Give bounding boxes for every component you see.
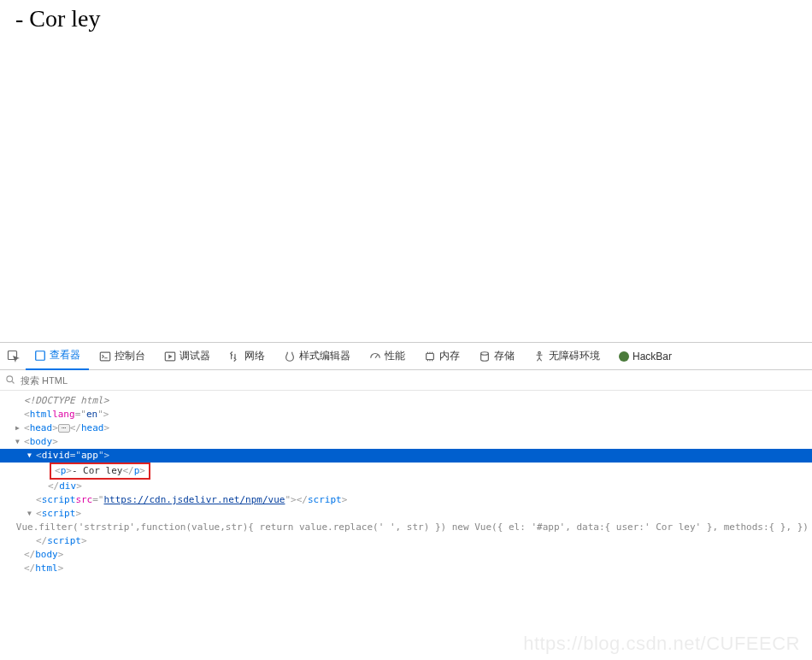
dom-div-close[interactable]: </div> (0, 480, 812, 493)
search-icon (5, 374, 17, 386)
dom-tree[interactable]: <!DOCTYPE html> <html lang="en"> ▶<head>… (0, 391, 812, 579)
debugger-icon (164, 351, 176, 362)
tab-label: 查看器 (50, 348, 80, 362)
tab-style[interactable]: 样式编辑器 (275, 343, 359, 370)
svg-rect-2 (100, 352, 109, 361)
dom-body-close[interactable]: </body> (0, 548, 812, 562)
tab-label: 性能 (385, 349, 405, 363)
ellipsis-icon[interactable]: ⋯ (58, 424, 70, 433)
tab-label: 无障碍环境 (549, 349, 600, 363)
highlight-box: <p>- Cor ley</p> (50, 463, 150, 480)
style-icon (284, 351, 296, 362)
dom-head[interactable]: ▶<head> ⋯ </head> (0, 421, 812, 435)
devtools-panel: 查看器 控制台 调试器 网络 样式编辑器 (0, 342, 812, 660)
dom-script-open[interactable]: ▼<script> (0, 507, 812, 521)
element-picker-button[interactable] (3, 346, 24, 367)
hackbar-icon (619, 351, 629, 362)
page-content: - Cor ley (0, 0, 812, 342)
svg-rect-4 (427, 353, 434, 359)
dom-html-close[interactable]: </html> (0, 562, 812, 575)
tab-storage[interactable]: 存储 (470, 343, 523, 370)
tab-console[interactable]: 控制台 (91, 343, 154, 370)
dom-script-close[interactable]: </script> (0, 534, 812, 548)
tab-network[interactable]: 网络 (221, 343, 274, 370)
inspector-icon (34, 350, 46, 362)
network-icon (229, 351, 241, 362)
memory-icon (424, 351, 436, 362)
tab-label: 网络 (244, 349, 265, 363)
tab-a11y[interactable]: 无障碍环境 (525, 343, 609, 370)
tab-label: 内存 (439, 349, 460, 363)
tab-label: 调试器 (179, 349, 210, 363)
html-search-bar (0, 370, 812, 391)
tab-hackbar[interactable]: HackBar (610, 343, 680, 370)
dom-script-src[interactable]: <script src="https://cdn.jsdelivr.net/np… (0, 493, 812, 507)
tab-label: 存储 (494, 349, 515, 363)
tab-perf[interactable]: 性能 (361, 343, 414, 370)
dom-script-content[interactable]: Vue.filter('strstrip',function(value,str… (0, 521, 812, 534)
tab-label: 样式编辑器 (299, 349, 350, 363)
console-icon (99, 351, 111, 362)
tab-debugger[interactable]: 调试器 (156, 343, 219, 370)
svg-point-5 (481, 351, 489, 355)
dom-doctype[interactable]: <!DOCTYPE html> (0, 394, 812, 408)
watermark: https://blog.csdn.net/CUFEECR (523, 633, 800, 655)
dom-p-highlight[interactable]: <p>- Cor ley</p> (0, 463, 812, 480)
tab-label: 控制台 (115, 349, 145, 363)
storage-icon (479, 351, 491, 362)
page-text: - Cor ley (15, 5, 101, 32)
dom-div-app[interactable]: ▼<div id="app"> (0, 449, 812, 463)
html-search-input[interactable] (21, 375, 807, 386)
tab-inspector[interactable]: 查看器 (26, 343, 89, 370)
dom-body-open[interactable]: ▼<body> (0, 435, 812, 449)
a11y-icon (533, 351, 545, 362)
devtools-tabs: 查看器 控制台 调试器 网络 样式编辑器 (0, 343, 812, 370)
svg-point-6 (538, 351, 541, 354)
svg-point-7 (7, 375, 13, 381)
tab-memory[interactable]: 内存 (415, 343, 468, 370)
svg-rect-1 (36, 351, 45, 360)
dom-html-open[interactable]: <html lang="en"> (0, 408, 812, 421)
perf-icon (369, 351, 381, 362)
tab-label: HackBar (633, 351, 672, 362)
